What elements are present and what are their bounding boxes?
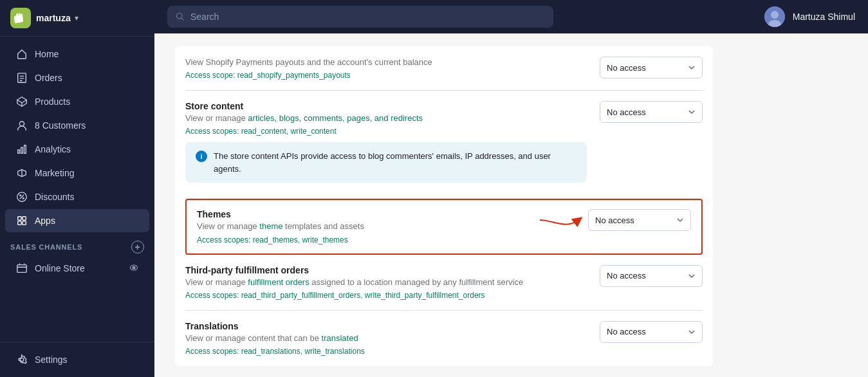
permission-row-shopify-payments: View Shopify Payments payouts and the ac…: [185, 46, 703, 91]
sidebar-item-label: Products: [35, 97, 70, 107]
permission-row-themes: Themes View or manage theme templates an…: [185, 199, 703, 254]
info-icon: i: [196, 151, 207, 162]
store-name: martuza: [36, 13, 71, 23]
orders-icon: [15, 71, 28, 84]
permission-info: View Shopify Payments payouts and the ac…: [185, 57, 600, 80]
svg-rect-15: [23, 217, 26, 220]
permission-scope: Access scopes: read_content, write_conte…: [185, 127, 587, 136]
avatar: [764, 6, 785, 27]
permission-select-translations[interactable]: No access Read access Read and write: [600, 321, 703, 343]
discounts-icon: [15, 190, 28, 203]
sidebar-footer: Settings: [0, 342, 154, 377]
search-bar[interactable]: [167, 6, 553, 28]
permission-scope: Access scopes: read_translations, write_…: [185, 347, 587, 356]
sidebar-item-products[interactable]: Products: [5, 90, 149, 113]
online-store-left: Online Store: [15, 262, 85, 275]
permission-title: Themes: [197, 209, 575, 219]
sidebar-item-apps[interactable]: Apps: [5, 209, 149, 232]
sales-channels-label: SALES CHANNELS: [10, 243, 82, 251]
permission-scope: Access scopes: read_third_party_fulfillm…: [185, 291, 587, 300]
permission-row-store-content: Store content View or manage articles, b…: [185, 91, 703, 199]
sidebar-item-label: Orders: [35, 73, 62, 83]
analytics-icon: [15, 143, 28, 156]
svg-rect-9: [24, 145, 26, 154]
sidebar-header: martuza ▾: [0, 0, 154, 37]
permission-select-themes[interactable]: No access Read access Read and write: [588, 209, 691, 231]
add-sales-channel-button[interactable]: +: [131, 241, 144, 253]
sidebar-item-analytics[interactable]: Analytics: [5, 138, 149, 161]
sidebar-item-orders[interactable]: Orders: [5, 66, 149, 89]
permission-scope: Access scopes: read_themes, write_themes: [197, 235, 575, 244]
apps-icon: [15, 214, 28, 227]
svg-rect-8: [21, 147, 23, 153]
online-store-icon: [15, 262, 28, 275]
sidebar: martuza ▾ Home Orders Products: [0, 0, 154, 377]
permission-row-third-party: Third-party fulfillment orders View or m…: [185, 255, 703, 311]
permission-row-translations: Translations View or manage content that…: [185, 311, 703, 366]
svg-point-6: [19, 122, 24, 126]
svg-rect-7: [18, 150, 20, 153]
home-icon: [15, 48, 28, 60]
annotation-arrow: [533, 207, 585, 233]
online-store-label: Online Store: [35, 263, 85, 273]
sidebar-item-customers[interactable]: 8 Customers: [5, 114, 149, 137]
settings-icon: [15, 353, 28, 366]
sidebar-item-discounts[interactable]: Discounts: [5, 185, 149, 208]
products-icon: [15, 95, 28, 108]
top-bar: Martuza Shimul: [154, 0, 868, 33]
user-name: Martuza Shimul: [793, 12, 855, 22]
sidebar-item-label: Home: [35, 49, 59, 59]
permission-desc: View Shopify Payments payouts and the ac…: [185, 57, 587, 68]
permission-info: Translations View or manage content that…: [185, 321, 600, 356]
permission-desc: View or manage theme templates and asset…: [197, 221, 575, 232]
themes-row-wrapper: Themes View or manage theme templates an…: [175, 199, 713, 254]
permission-title: Store content: [185, 101, 587, 111]
permission-select-store-content[interactable]: No access Read access Read and write: [600, 101, 703, 123]
sidebar-item-label: Marketing: [35, 168, 74, 178]
main-content: View Shopify Payments payouts and the ac…: [154, 33, 868, 377]
permission-info: Third-party fulfillment orders View or m…: [185, 265, 600, 300]
sidebar-item-label: Analytics: [35, 144, 71, 154]
top-bar-right: Martuza Shimul: [764, 6, 855, 27]
permission-desc: View or manage articles, blogs, comments…: [185, 113, 587, 124]
info-box: i The store content APIs provide access …: [185, 142, 587, 183]
svg-rect-16: [18, 221, 21, 225]
permission-scope: Access scope: read_shopify_payments_payo…: [185, 71, 587, 80]
permission-select-shopify-payments[interactable]: No access Read access Read and write: [600, 57, 703, 78]
svg-rect-18: [17, 265, 26, 273]
sales-channels-section: SALES CHANNELS +: [0, 233, 154, 256]
search-input[interactable]: [190, 12, 546, 22]
svg-rect-17: [23, 221, 26, 225]
info-text: The store content APIs provide access to…: [214, 150, 577, 175]
svg-line-26: [181, 18, 184, 21]
sidebar-item-label: 8 Customers: [35, 120, 86, 131]
sidebar-item-label: Apps: [35, 216, 55, 226]
permission-info: Store content View or manage articles, b…: [185, 101, 600, 188]
permissions-list: View Shopify Payments payouts and the ac…: [175, 46, 713, 366]
sidebar-item-settings[interactable]: Settings: [5, 348, 149, 371]
permission-info: Themes View or manage theme templates an…: [197, 209, 588, 244]
search-icon: [175, 12, 185, 22]
chevron-down-icon: ▾: [75, 14, 78, 23]
permission-title: Translations: [185, 321, 587, 331]
customers-icon: [15, 119, 28, 132]
sidebar-item-marketing[interactable]: Marketing: [5, 161, 149, 185]
sidebar-nav: Home Orders Products 8 Customers: [0, 37, 154, 342]
permission-desc: View or manage fulfillment orders assign…: [185, 277, 587, 288]
settings-label: Settings: [35, 354, 68, 365]
marketing-icon: [15, 167, 28, 179]
permission-title: Third-party fulfillment orders: [185, 265, 587, 275]
sidebar-item-label: Discounts: [35, 192, 74, 202]
svg-rect-14: [18, 217, 21, 220]
themes-select-wrapper: No access Read access Read and write: [588, 209, 691, 231]
permission-select-third-party[interactable]: No access Read access Read and write: [600, 265, 703, 287]
sidebar-item-home[interactable]: Home: [5, 42, 149, 66]
svg-point-12: [20, 195, 21, 196]
eye-icon: [129, 262, 139, 275]
shopify-logo: [10, 8, 31, 28]
permission-desc: View or manage content that can be trans…: [185, 333, 587, 344]
svg-point-13: [23, 198, 24, 199]
sidebar-item-online-store[interactable]: Online Store: [5, 257, 149, 280]
svg-point-28: [771, 11, 779, 19]
content-area: View Shopify Payments payouts and the ac…: [154, 33, 734, 377]
